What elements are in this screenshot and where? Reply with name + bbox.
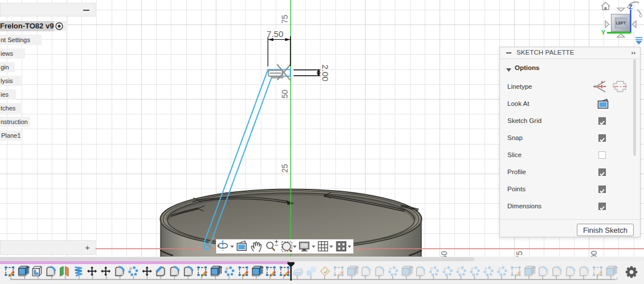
svg-text:50: 50 (440, 251, 449, 257)
svg-text:100: 100 (590, 250, 599, 257)
svg-text:75: 75 (280, 15, 289, 24)
svg-text:25: 25 (280, 164, 289, 173)
svg-text:Z: Z (629, 3, 633, 10)
svg-text:75: 75 (515, 251, 524, 257)
svg-text:LEFT: LEFT (616, 20, 626, 26)
svg-text:50: 50 (280, 89, 289, 98)
svg-text:Y: Y (601, 29, 606, 36)
svg-text:2.00: 2.00 (321, 65, 330, 81)
svg-text:7.50: 7.50 (266, 29, 283, 39)
